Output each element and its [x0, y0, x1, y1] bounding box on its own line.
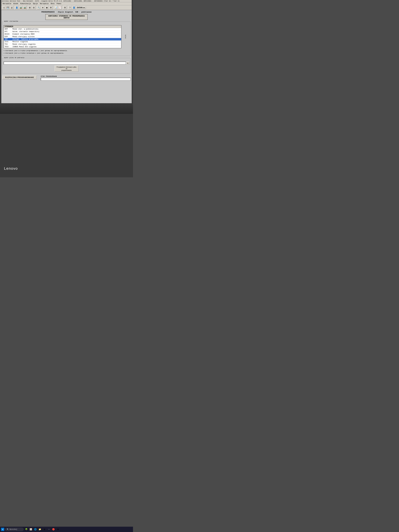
prog-status-group: STAN PROGRAMOWAN	[41, 76, 131, 81]
menu-okno[interactable]: Okno	[50, 3, 56, 5]
toolbar-sep-1	[14, 6, 14, 9]
file-info-button[interactable]: Przeglądanie informacji o pliku do progr…	[55, 66, 78, 72]
ctrl-code: TCU	[4, 43, 12, 46]
menu-narzedzia[interactable]: Narzędzia	[39, 3, 50, 5]
menu-opcje[interactable]: Opcje	[32, 3, 39, 5]
file-input-row: ▶	[4, 62, 129, 64]
ctrl-code: ACM	[4, 28, 12, 31]
prog-status-label: STAN PROGRAMOWAN	[41, 76, 131, 77]
laptop-bottom	[0, 103, 133, 114]
ctrl-code: ECM	[4, 36, 12, 38]
toolbar-btn-arrow[interactable]: ➤	[41, 6, 45, 9]
controller-group-content: STEROWNIK ACM Moduł ster. w podłokietnik…	[3, 24, 130, 56]
toolbar-btn-chart[interactable]: 📊	[54, 6, 58, 9]
datar-icon: ∧∧	[82, 7, 85, 8]
ctrl-desc: Moduł sterujący ciągnika	[12, 43, 121, 46]
prog-status-box	[41, 78, 131, 81]
controller-group: Wybór sterownika STEROWNIK ACM	[2, 22, 131, 56]
datar-label: DATAR	[77, 7, 82, 8]
toolbar-btn-print[interactable]: 🖨	[10, 6, 13, 9]
toolbar-btn-back[interactable]: ◁	[2, 6, 6, 9]
controller-table: STEROWNIK ACM Moduł ster. w podłokietnik…	[4, 25, 121, 48]
ctrl-code: ATC	[4, 31, 12, 33]
toolbar-btn-wrench[interactable]: 🔧	[37, 6, 41, 9]
subtitle-box: KONFIGURUJ STEROWNIKI DO PROGRAMOWANIA D…	[45, 14, 88, 20]
screen-area: ectronic Service Tool - New Holland - 01…	[1, 0, 132, 103]
table-row[interactable]: DCU15 Element sterowania DNOX	[4, 33, 121, 36]
table-row[interactable]: Inst Monitor ciągnika	[4, 41, 121, 43]
ctrl-code-selected: ICP	[4, 38, 12, 41]
bottom-section: ROZPOCZNIJ PROGRAMOWANIE STAN PROGRAMOWA…	[2, 76, 131, 81]
status-item-2: ✦ Sterownik jest w trybie normalnym i je…	[4, 52, 129, 54]
file-info-label: Przeglądanie informacji o pliku do	[57, 66, 76, 70]
toolbar-sep-5	[62, 6, 63, 9]
menu-widok[interactable]: Widok	[12, 3, 19, 5]
status-item-1: ✦ Sterownik jest w trybie programowania …	[4, 50, 129, 52]
file-info-label2: programowania	[61, 70, 72, 71]
ctrl-desc: Moduł sterujący silnika	[12, 36, 121, 38]
start-programming-button[interactable]: ROZPOCZNIJ PROGRAMOWANIE	[2, 76, 37, 79]
toolbar: ◁ 💾 🖨 👤 🚜 🚜 ⊞ ⊟ 🔧 ➤ ◆ ⚙ 📊 📈 ⚙ ? 👤 DATA	[1, 5, 132, 10]
page-subtitle-container: KONFIGURUJ STEROWNIKI DO PROGRAMOWANIA D…	[2, 14, 131, 20]
controller-group-title: Wybór sterownika	[4, 20, 19, 22]
page-header: PROGRAMOWANIE · Złącze diagnost. CAN - p…	[2, 11, 131, 13]
ctrl-desc: Element sterowania DNOX	[12, 33, 121, 36]
file-group: Wybór pliku do pobrania ▶ Przeglądanie i…	[2, 58, 131, 73]
table-row-selected[interactable]: ICP Zintegr. tablica przyrządów	[4, 38, 121, 41]
table-row[interactable]: ATC Autom. sterownik temperatury	[4, 31, 121, 33]
main-content: PROGRAMOWANIE · Złącze diagnost. CAN - p…	[1, 10, 132, 103]
menu-narzedzie[interactable]: Narzędzie	[2, 3, 12, 5]
toolbar-btn-tractor2[interactable]: 🚜	[23, 6, 27, 9]
lenovo-brand: Lenovo	[4, 166, 18, 171]
toolbar-btn-help[interactable]: ?	[68, 6, 72, 9]
toolbar-btn-person[interactable]: 👤	[15, 6, 19, 9]
status-icon-2: ✦	[4, 52, 5, 54]
ctrl-desc: Autom. sterownik temperatury	[12, 31, 121, 33]
wyswietl-label: Wyświ	[125, 35, 126, 39]
menu-pomoc[interactable]: Pomoc	[56, 3, 63, 5]
toolbar-btn-user[interactable]: 👤	[72, 6, 76, 9]
ctrl-code: DCU15	[4, 33, 12, 36]
file-group-title: Wybór pliku do pobrania	[4, 57, 25, 58]
toolbar-btn-grid[interactable]: ⊞	[28, 6, 32, 9]
subtitle-line2: DANYCH	[48, 17, 85, 19]
ctrl-desc: Moduł ster. w podłokietniku	[12, 28, 121, 31]
toolbar-sep-3	[36, 6, 37, 9]
ctrl-desc: Monitor ciągnika	[12, 41, 121, 43]
menu-komunikacja[interactable]: Komunikacja	[19, 3, 32, 5]
menu-bar: Narzędzie Widok Komunikacja Opcje Narzęd…	[1, 2, 132, 5]
table-row[interactable]: ECM Moduł sterujący silnika	[4, 36, 121, 38]
table-row[interactable]: TECU ISOBUS Moduł ECU ciągnika	[4, 46, 121, 48]
table-header: STEROWNIK	[4, 25, 121, 28]
ctrl-desc: ISOBUS Moduł ECU ciągnika	[12, 46, 121, 48]
window-title: ectronic Service Tool - New Holland - 01…	[2, 0, 120, 2]
toolbar-btn-diamond[interactable]: ◆	[45, 6, 49, 9]
wyswietl-panel: Wyświ	[121, 25, 129, 48]
ctrl-code: Inst	[4, 41, 12, 43]
toolbar-btn-grid2[interactable]: ⊟	[32, 6, 36, 9]
table-row[interactable]: ACM Moduł ster. w podłokietniku	[4, 28, 121, 31]
ctrl-desc-selected: Zintegr. tablica przyrządów	[12, 38, 121, 41]
subtitle-line1: KONFIGURUJ STEROWNIKI DO PROGRAMOWANIA	[48, 15, 85, 17]
toolbar-btn-gauge[interactable]: ⚙	[49, 6, 53, 9]
toolbar-btn-settings[interactable]: ⚙	[63, 6, 67, 9]
toolbar-sep-6	[67, 6, 68, 9]
status-text-2: Sterownik jest w trybie normalnym i jest…	[5, 52, 64, 54]
datar-button[interactable]: DATAR ∧∧	[76, 6, 86, 9]
toolbar-sep-2	[27, 6, 27, 9]
ctrl-code: TECU	[4, 46, 12, 48]
table-row[interactable]: TCU Moduł sterujący ciągnika	[4, 43, 121, 46]
start-prog-container: ROZPOCZNIJ PROGRAMOWANIE	[2, 76, 37, 79]
title-bar: ectronic Service Tool - New Holland - 01…	[1, 0, 132, 2]
toolbar-btn-chart2[interactable]: 📈	[58, 6, 62, 9]
file-group-content: ▶ Przeglądanie informacji o pliku do pro…	[3, 60, 130, 73]
laptop-outer: ectronic Service Tool - New Holland - 01…	[0, 0, 133, 177]
toolbar-btn-tractor1[interactable]: 🚜	[19, 6, 23, 9]
status-icon-1: ✦	[4, 50, 5, 52]
status-area: ✦ Sterownik jest w trybie programowania …	[4, 50, 129, 54]
file-input-box[interactable]	[4, 62, 126, 64]
toolbar-sep-4	[53, 6, 53, 9]
status-text-1: Sterownik jest w trybie programowania i …	[5, 50, 68, 51]
toolbar-btn-save[interactable]: 💾	[6, 6, 10, 9]
file-browse-button[interactable]: ▶	[127, 62, 129, 64]
